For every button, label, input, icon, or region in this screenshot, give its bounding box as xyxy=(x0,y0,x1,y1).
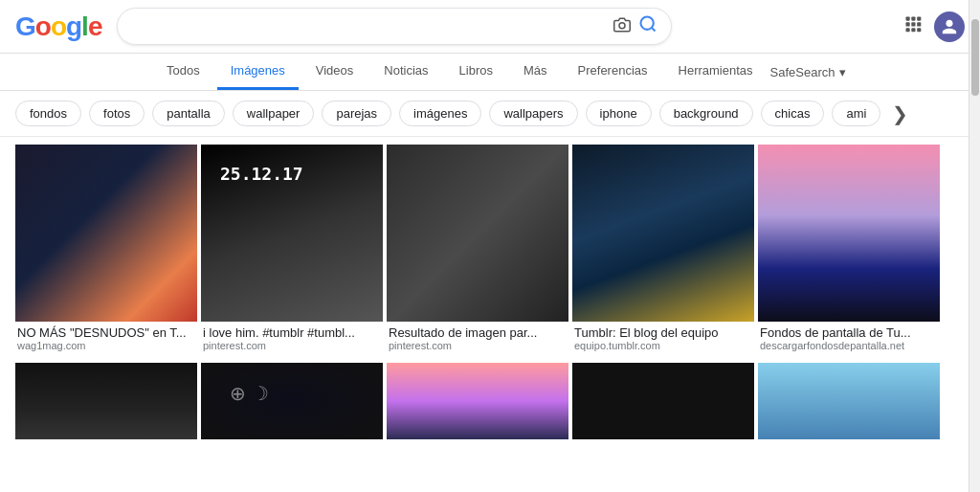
google-logo[interactable]: G o o g l e xyxy=(15,11,101,42)
logo-letter-o1: o xyxy=(35,11,51,42)
scrollbar-thumb[interactable] xyxy=(971,19,979,96)
image-card-3[interactable]: Resultado de imagen par... pinterest.com xyxy=(387,145,568,359)
camera-search-button[interactable] xyxy=(613,16,631,37)
safe-search-button[interactable]: SafeSearch ▾ xyxy=(770,56,846,89)
logo-letter-g2: g xyxy=(66,11,81,42)
image-card-10[interactable] xyxy=(758,363,940,439)
svg-rect-5 xyxy=(906,22,910,26)
image-source-4: equipo.tumblr.com xyxy=(574,340,752,351)
image-col-4: Tumblr: El blog del equipo equipo.tumblr… xyxy=(572,145,754,439)
svg-rect-3 xyxy=(911,17,915,21)
search-bar: tumblr xyxy=(117,8,672,45)
image-card-8[interactable] xyxy=(387,363,568,439)
header-right xyxy=(903,11,965,42)
search-button[interactable] xyxy=(638,14,657,38)
image-card-9[interactable] xyxy=(572,363,754,439)
image-card-5[interactable]: Fondos de pantalla de Tu... descargarfon… xyxy=(758,145,940,359)
svg-point-0 xyxy=(619,22,625,28)
svg-rect-8 xyxy=(906,28,910,32)
chip-parejas[interactable]: parejas xyxy=(322,101,391,126)
chip-pantalla[interactable]: pantalla xyxy=(152,101,225,126)
nav-imagenes[interactable]: Imágenes xyxy=(217,54,299,90)
image-results: NO MÁS "DESNUDOS" en T... wag1mag.com i … xyxy=(0,137,980,447)
nav-libros[interactable]: Libros xyxy=(446,54,506,90)
svg-rect-10 xyxy=(917,28,921,32)
image-card-6[interactable] xyxy=(15,363,197,439)
image-card-1[interactable]: NO MÁS "DESNUDOS" en T... wag1mag.com xyxy=(15,145,197,359)
logo-letter-o2: o xyxy=(51,11,66,42)
chip-ami[interactable]: ami xyxy=(832,101,880,126)
svg-rect-4 xyxy=(917,17,921,21)
chip-wallpapers[interactable]: wallpapers xyxy=(489,101,577,126)
nav-todos[interactable]: Todos xyxy=(153,54,213,90)
nav-preferencias[interactable]: Preferencias xyxy=(565,54,661,90)
chip-fondos[interactable]: fondos xyxy=(15,101,81,126)
search-input[interactable]: tumblr xyxy=(131,18,606,35)
chip-chicas[interactable]: chicas xyxy=(761,101,825,126)
image-card-2[interactable]: i love him. #tumblr #tumbl... pinterest.… xyxy=(201,145,383,359)
nav-bar: Todos Imágenes Videos Noticias Libros Má… xyxy=(0,54,980,91)
logo-letter-e: e xyxy=(88,11,102,42)
apps-button[interactable] xyxy=(903,14,923,38)
chip-background[interactable]: background xyxy=(659,101,753,126)
logo-letter-l: l xyxy=(81,11,88,42)
nav-mas[interactable]: Más xyxy=(510,54,561,90)
image-title-5: Fondos de pantalla de Tu... xyxy=(760,325,938,340)
filter-chips: fondos fotos pantalla wallpaper parejas … xyxy=(0,91,980,137)
chip-wallpaper[interactable]: wallpaper xyxy=(233,101,315,126)
svg-rect-6 xyxy=(911,22,915,26)
image-card-7[interactable] xyxy=(201,363,383,439)
chip-fotos[interactable]: fotos xyxy=(89,101,145,126)
image-source-5: descargarfondosdepantalla.net xyxy=(760,340,938,351)
image-title-3: Resultado de imagen par... xyxy=(389,325,567,340)
logo-letter-g: G xyxy=(15,11,35,42)
image-source-1: wag1mag.com xyxy=(17,340,195,351)
image-col-2: i love him. #tumblr #tumbl... pinterest.… xyxy=(201,145,383,439)
svg-rect-2 xyxy=(906,17,910,21)
nav-noticias[interactable]: Noticias xyxy=(370,54,441,90)
user-avatar[interactable] xyxy=(934,11,965,42)
nav-videos[interactable]: Videos xyxy=(302,54,368,90)
chip-imagenes[interactable]: imágenes xyxy=(399,101,481,126)
svg-point-1 xyxy=(641,17,654,30)
image-col-5: Fondos de pantalla de Tu... descargarfon… xyxy=(758,145,940,439)
image-title-1: NO MÁS "DESNUDOS" en T... xyxy=(17,325,195,340)
svg-rect-9 xyxy=(911,28,915,32)
svg-rect-7 xyxy=(917,22,921,26)
image-card-4[interactable]: Tumblr: El blog del equipo equipo.tumblr… xyxy=(572,145,754,359)
image-title-4: Tumblr: El blog del equipo xyxy=(574,325,752,340)
scrollbar[interactable] xyxy=(969,0,980,492)
image-title-2: i love him. #tumblr #tumbl... xyxy=(203,325,381,340)
chip-iphone[interactable]: iphone xyxy=(586,101,652,126)
image-col-1: NO MÁS "DESNUDOS" en T... wag1mag.com xyxy=(15,145,197,439)
image-source-3: pinterest.com xyxy=(389,340,567,351)
nav-herramientas[interactable]: Herramientas xyxy=(665,54,767,90)
chips-more-button[interactable]: ❯ xyxy=(888,102,912,125)
image-col-3: Resultado de imagen par... pinterest.com xyxy=(387,145,568,439)
image-source-2: pinterest.com xyxy=(203,340,381,351)
